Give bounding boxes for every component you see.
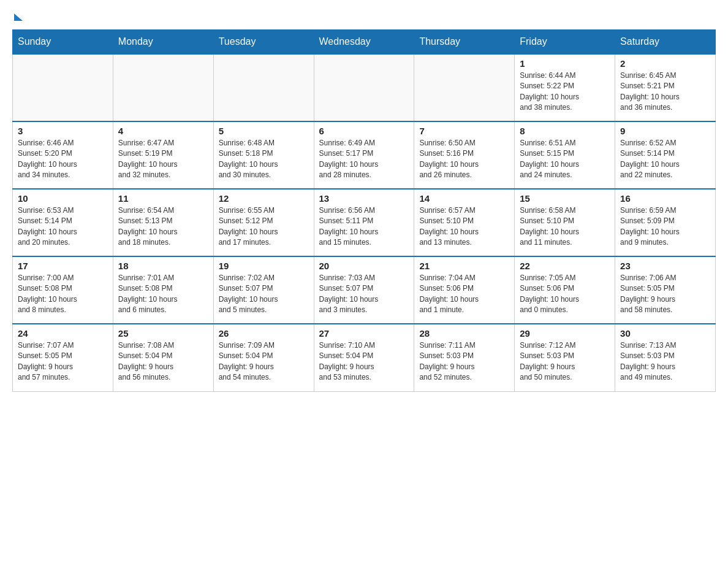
day-number: 8 [520,126,610,136]
day-number: 14 [419,193,509,204]
day-info: Sunrise: 6:54 AMSunset: 5:13 PMDaylight:… [118,205,208,248]
day-number: 21 [419,261,509,271]
calendar-cell: 23Sunrise: 7:06 AMSunset: 5:05 PMDayligh… [615,256,716,324]
day-number: 2 [620,58,710,69]
calendar-cell: 6Sunrise: 6:49 AMSunset: 5:17 PMDaylight… [314,121,414,189]
day-number: 18 [118,261,208,271]
day-info: Sunrise: 7:05 AMSunset: 5:06 PMDaylight:… [520,273,610,316]
calendar-cell: 1Sunrise: 6:44 AMSunset: 5:22 PMDaylight… [515,54,615,121]
day-info: Sunrise: 6:50 AMSunset: 5:16 PMDaylight:… [419,138,509,181]
day-info: Sunrise: 7:10 AMSunset: 5:04 PMDaylight:… [319,340,409,383]
week-row-5: 24Sunrise: 7:07 AMSunset: 5:05 PMDayligh… [13,324,716,391]
day-info: Sunrise: 6:49 AMSunset: 5:17 PMDaylight:… [319,138,409,181]
day-info: Sunrise: 6:58 AMSunset: 5:10 PMDaylight:… [520,205,610,248]
calendar-cell: 9Sunrise: 6:52 AMSunset: 5:14 PMDaylight… [615,121,716,189]
calendar-cell: 29Sunrise: 7:12 AMSunset: 5:03 PMDayligh… [515,324,615,391]
page-header [12,12,716,20]
day-number: 4 [118,126,208,136]
day-info: Sunrise: 7:06 AMSunset: 5:05 PMDaylight:… [620,273,710,316]
day-info: Sunrise: 7:03 AMSunset: 5:07 PMDaylight:… [319,273,409,316]
day-number: 5 [219,126,309,136]
calendar-cell: 22Sunrise: 7:05 AMSunset: 5:06 PMDayligh… [515,256,615,324]
day-number: 12 [219,193,309,204]
day-number: 15 [520,193,610,204]
day-info: Sunrise: 6:59 AMSunset: 5:09 PMDaylight:… [620,205,710,248]
calendar-cell [414,54,515,121]
day-number: 16 [620,193,710,204]
day-info: Sunrise: 7:11 AMSunset: 5:03 PMDaylight:… [419,340,509,383]
week-row-4: 17Sunrise: 7:00 AMSunset: 5:08 PMDayligh… [13,256,716,324]
day-info: Sunrise: 7:12 AMSunset: 5:03 PMDaylight:… [520,340,610,383]
calendar-cell: 11Sunrise: 6:54 AMSunset: 5:13 PMDayligh… [113,189,213,256]
calendar-cell: 27Sunrise: 7:10 AMSunset: 5:04 PMDayligh… [314,324,414,391]
weekday-header-sunday: Sunday [13,30,113,55]
calendar-cell: 5Sunrise: 6:48 AMSunset: 5:18 PMDaylight… [213,121,314,189]
day-info: Sunrise: 6:46 AMSunset: 5:20 PMDaylight:… [18,138,108,181]
day-number: 23 [620,261,710,271]
weekday-header-monday: Monday [113,30,213,55]
calendar-cell: 16Sunrise: 6:59 AMSunset: 5:09 PMDayligh… [615,189,716,256]
calendar-cell: 3Sunrise: 6:46 AMSunset: 5:20 PMDaylight… [13,121,113,189]
day-info: Sunrise: 7:07 AMSunset: 5:05 PMDaylight:… [18,340,108,383]
day-number: 17 [18,261,108,271]
calendar-cell: 28Sunrise: 7:11 AMSunset: 5:03 PMDayligh… [414,324,515,391]
day-info: Sunrise: 7:02 AMSunset: 5:07 PMDaylight:… [219,273,309,316]
calendar-cell: 12Sunrise: 6:55 AMSunset: 5:12 PMDayligh… [213,189,314,256]
calendar-cell: 30Sunrise: 7:13 AMSunset: 5:03 PMDayligh… [615,324,716,391]
day-info: Sunrise: 6:55 AMSunset: 5:12 PMDaylight:… [219,205,309,248]
day-number: 22 [520,261,610,271]
calendar-cell: 10Sunrise: 6:53 AMSunset: 5:14 PMDayligh… [13,189,113,256]
calendar-cell: 13Sunrise: 6:56 AMSunset: 5:11 PMDayligh… [314,189,414,256]
weekday-header-wednesday: Wednesday [314,30,414,55]
day-number: 9 [620,126,710,136]
weekday-header-friday: Friday [515,30,615,55]
day-info: Sunrise: 6:48 AMSunset: 5:18 PMDaylight:… [219,138,309,181]
calendar-header-row: SundayMondayTuesdayWednesdayThursdayFrid… [13,30,716,55]
calendar-cell [213,54,314,121]
day-number: 19 [219,261,309,271]
day-info: Sunrise: 7:01 AMSunset: 5:08 PMDaylight:… [118,273,208,316]
day-number: 6 [319,126,409,136]
calendar-table: SundayMondayTuesdayWednesdayThursdayFrid… [12,29,716,392]
day-info: Sunrise: 6:51 AMSunset: 5:15 PMDaylight:… [520,138,610,181]
calendar-cell: 4Sunrise: 6:47 AMSunset: 5:19 PMDaylight… [113,121,213,189]
calendar-cell [13,54,113,121]
day-number: 28 [419,328,509,339]
calendar-cell: 21Sunrise: 7:04 AMSunset: 5:06 PMDayligh… [414,256,515,324]
calendar-cell: 15Sunrise: 6:58 AMSunset: 5:10 PMDayligh… [515,189,615,256]
weekday-header-tuesday: Tuesday [213,30,314,55]
day-info: Sunrise: 7:08 AMSunset: 5:04 PMDaylight:… [118,340,208,383]
day-number: 7 [419,126,509,136]
day-number: 26 [219,328,309,339]
day-info: Sunrise: 7:04 AMSunset: 5:06 PMDaylight:… [419,273,509,316]
day-info: Sunrise: 6:52 AMSunset: 5:14 PMDaylight:… [620,138,710,181]
week-row-2: 3Sunrise: 6:46 AMSunset: 5:20 PMDaylight… [13,121,716,189]
calendar-cell [113,54,213,121]
calendar-cell: 7Sunrise: 6:50 AMSunset: 5:16 PMDaylight… [414,121,515,189]
day-number: 27 [319,328,409,339]
logo [12,12,23,20]
day-number: 11 [118,193,208,204]
day-number: 13 [319,193,409,204]
calendar-cell: 2Sunrise: 6:45 AMSunset: 5:21 PMDaylight… [615,54,716,121]
day-number: 25 [118,328,208,339]
day-number: 1 [520,58,610,69]
day-info: Sunrise: 6:53 AMSunset: 5:14 PMDaylight:… [18,205,108,248]
day-info: Sunrise: 6:44 AMSunset: 5:22 PMDaylight:… [520,71,610,113]
week-row-1: 1Sunrise: 6:44 AMSunset: 5:22 PMDaylight… [13,54,716,121]
logo-arrow-icon [14,13,23,21]
calendar-cell: 19Sunrise: 7:02 AMSunset: 5:07 PMDayligh… [213,256,314,324]
day-number: 24 [18,328,108,339]
day-info: Sunrise: 6:47 AMSunset: 5:19 PMDaylight:… [118,138,208,181]
day-info: Sunrise: 6:45 AMSunset: 5:21 PMDaylight:… [620,71,710,113]
weekday-header-thursday: Thursday [414,30,515,55]
calendar-cell: 17Sunrise: 7:00 AMSunset: 5:08 PMDayligh… [13,256,113,324]
day-info: Sunrise: 6:57 AMSunset: 5:10 PMDaylight:… [419,205,509,248]
calendar-cell: 26Sunrise: 7:09 AMSunset: 5:04 PMDayligh… [213,324,314,391]
calendar-cell: 20Sunrise: 7:03 AMSunset: 5:07 PMDayligh… [314,256,414,324]
day-info: Sunrise: 7:13 AMSunset: 5:03 PMDaylight:… [620,340,710,383]
weekday-header-saturday: Saturday [615,30,716,55]
calendar-cell: 14Sunrise: 6:57 AMSunset: 5:10 PMDayligh… [414,189,515,256]
day-number: 20 [319,261,409,271]
calendar-cell: 24Sunrise: 7:07 AMSunset: 5:05 PMDayligh… [13,324,113,391]
